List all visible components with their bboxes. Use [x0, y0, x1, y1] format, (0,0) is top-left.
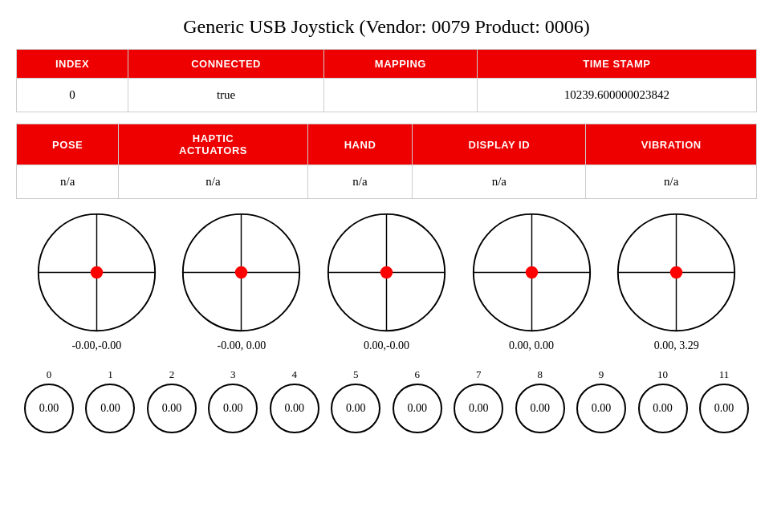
- svg-point-3: [91, 266, 104, 279]
- col-timestamp: TIME STAMP: [477, 50, 756, 79]
- table-row: n/a n/a n/a n/a n/a: [17, 165, 757, 199]
- joystick-item-1: -0.00, 0.00: [179, 210, 303, 352]
- button-circle-8: 0.00: [515, 384, 565, 433]
- col-pose: POSE: [17, 124, 119, 165]
- button-item-3: 30.00: [208, 368, 258, 433]
- button-index-5: 5: [353, 368, 359, 381]
- buttons-section: 00.0010.0020.0030.0040.0050.0060.0070.00…: [16, 368, 757, 433]
- button-circle-11: 0.00: [699, 384, 749, 433]
- button-item-1: 10.00: [85, 368, 135, 433]
- joystick-svg-1: [179, 210, 303, 335]
- svg-point-11: [380, 266, 393, 279]
- joystick-label-4: 0.00, 3.29: [654, 339, 699, 352]
- button-index-8: 8: [537, 368, 543, 381]
- joystick-svg-3: [470, 210, 594, 335]
- button-circle-1: 0.00: [85, 384, 135, 433]
- table-row: 0 true 10239.600000023842: [17, 79, 757, 112]
- cell-pose: n/a: [17, 165, 119, 199]
- button-index-0: 0: [47, 368, 52, 381]
- col-connected: CONNECTED: [128, 50, 324, 79]
- button-index-3: 3: [230, 368, 236, 381]
- button-item-5: 50.00: [331, 368, 380, 433]
- button-index-2: 2: [169, 368, 175, 381]
- info-table-1: INDEX CONNECTED MAPPING TIME STAMP 0 tru…: [16, 49, 757, 112]
- col-vibration: VIBRATION: [586, 124, 757, 165]
- col-mapping: MAPPING: [324, 50, 478, 79]
- joystick-label-2: 0.00,-0.00: [364, 339, 409, 352]
- button-item-2: 20.00: [147, 368, 197, 433]
- button-circle-3: 0.00: [208, 384, 258, 433]
- joysticks-section: -0.00,-0.00-0.00, 0.000.00,-0.000.00, 0.…: [16, 210, 757, 352]
- cell-index: 0: [17, 79, 128, 112]
- button-index-4: 4: [292, 368, 298, 381]
- col-haptic: HAPTICACTUATORS: [119, 124, 307, 165]
- button-item-8: 80.00: [515, 368, 565, 433]
- button-item-0: 00.00: [24, 368, 74, 433]
- buttons-row: 00.0010.0020.0030.0040.0050.0060.0070.00…: [24, 368, 749, 433]
- joystick-label-1: -0.00, 0.00: [218, 339, 266, 352]
- button-item-9: 90.00: [576, 368, 626, 433]
- cell-connected: true: [128, 79, 324, 112]
- button-item-4: 40.00: [270, 368, 319, 433]
- page-title: Generic USB Joystick (Vendor: 0079 Produ…: [16, 16, 757, 38]
- joystick-svg-4: [614, 210, 738, 335]
- button-index-6: 6: [414, 368, 420, 381]
- button-index-1: 1: [108, 368, 113, 381]
- button-item-7: 70.00: [454, 368, 503, 433]
- button-circle-4: 0.00: [270, 384, 319, 433]
- button-circle-6: 0.00: [393, 384, 442, 433]
- cell-mapping: [324, 79, 478, 112]
- joystick-item-4: 0.00, 3.29: [614, 210, 738, 352]
- button-circle-5: 0.00: [331, 384, 380, 433]
- button-index-9: 9: [599, 368, 604, 381]
- cell-vibration: n/a: [586, 165, 757, 199]
- button-circle-7: 0.00: [454, 384, 503, 433]
- button-circle-0: 0.00: [24, 384, 74, 433]
- info-table-2: POSE HAPTICACTUATORS HAND DISPLAY ID VIB…: [16, 124, 757, 199]
- button-index-7: 7: [476, 368, 482, 381]
- button-circle-9: 0.00: [576, 384, 626, 433]
- col-displayid: DISPLAY ID: [413, 124, 586, 165]
- button-index-10: 10: [657, 368, 668, 381]
- cell-timestamp: 10239.600000023842: [477, 79, 756, 112]
- cell-displayid: n/a: [413, 165, 586, 199]
- joystick-item-2: 0.00,-0.00: [324, 210, 449, 352]
- button-circle-10: 0.00: [638, 384, 688, 433]
- button-item-6: 60.00: [393, 368, 442, 433]
- cell-haptic: n/a: [119, 165, 307, 199]
- svg-point-7: [235, 266, 248, 279]
- col-index: INDEX: [17, 50, 128, 79]
- button-item-11: 110.00: [699, 368, 749, 433]
- cell-hand: n/a: [307, 165, 413, 199]
- joystick-item-3: 0.00, 0.00: [470, 210, 594, 352]
- svg-point-19: [670, 266, 683, 279]
- button-circle-2: 0.00: [147, 384, 197, 433]
- joystick-label-3: 0.00, 0.00: [509, 339, 554, 352]
- joystick-svg-0: [35, 210, 159, 335]
- svg-point-15: [525, 266, 538, 279]
- joystick-label-0: -0.00,-0.00: [71, 339, 121, 352]
- button-index-11: 11: [719, 368, 730, 381]
- col-hand: HAND: [307, 124, 413, 165]
- button-item-10: 100.00: [638, 368, 688, 433]
- joystick-svg-2: [324, 210, 449, 335]
- joystick-item-0: -0.00,-0.00: [35, 210, 159, 352]
